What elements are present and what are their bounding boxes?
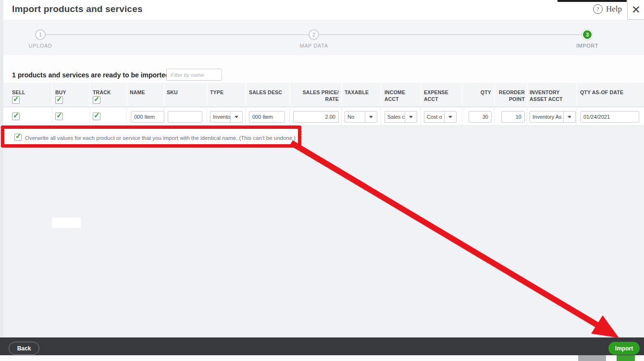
chevron-down-icon[interactable] [230,112,242,122]
qty-as-of-date-field[interactable] [580,111,639,123]
check-icon: ✓ [94,111,100,120]
col-header-sales-price-rate: SALES PRICE/ RATE [288,89,339,102]
bottom-edge-strip [0,355,644,361]
filter-by-name-input[interactable] [166,69,222,81]
column-separator [381,83,382,107]
sell-all-checkbox[interactable]: ✓ [12,96,20,104]
column-separator [494,107,495,125]
background-artifact [578,355,606,361]
col-header-income-acct: INCOME ACCT [384,89,419,102]
column-separator [576,107,577,125]
help-icon: ? [593,4,603,14]
step-label-import: IMPORT [576,43,598,49]
column-separator [289,107,290,125]
help-label: Help [606,4,622,14]
window-edge-strip [0,0,3,361]
column-separator [527,107,527,125]
expense-acct-dropdown[interactable]: Cost o [424,111,457,123]
column-separator [89,83,90,107]
col-header-qty-as-of-date: QTY AS-OF DATE [580,89,635,96]
step-label-upload: UPLOAD [29,43,52,49]
check-icon: ✓ [56,111,62,120]
import-button[interactable]: Import [608,342,640,355]
stepper-line [46,34,309,35]
column-separator [421,107,421,125]
income-acct-value: Sales c [385,112,405,122]
column-separator [576,83,577,107]
col-header-sales-desc: SALES DESC [249,89,286,96]
row-buy-checkbox[interactable]: ✓ [55,112,63,120]
column-separator [207,83,208,107]
row-track-checkbox[interactable]: ✓ [93,112,100,120]
column-separator [381,107,381,125]
reorder-point-field[interactable] [501,111,525,123]
col-header-taxable: TAXABLE [345,89,377,96]
column-separator [341,107,342,125]
column-separator [126,83,127,107]
footer-bar [0,337,644,355]
column-separator [163,83,164,107]
close-button[interactable]: ✕ [627,0,644,20]
col-header-inventory-asset-acct: INVENTORY ASSET ACCT [530,89,575,102]
type-value: Invento [211,112,230,122]
background-artifact [617,355,635,361]
col-header-name: NAME [130,89,160,96]
stepper-line [319,34,582,35]
col-header-qty: QTY [462,89,491,96]
inventory-asset-acct-dropdown[interactable]: Inventory As [530,111,576,123]
row-sell-checkbox[interactable]: ✓ [12,112,20,120]
sales-desc-field[interactable] [249,111,285,123]
check-icon: ✓ [56,95,62,103]
chevron-down-icon[interactable] [405,112,417,122]
income-acct-dropdown[interactable]: Sales c [384,111,417,123]
ready-count-text: 1 products and services are ready to be … [12,71,170,79]
qty-field[interactable] [469,111,492,123]
step-circle-upload: 1 [35,29,46,40]
taxable-dropdown[interactable]: No [345,111,377,123]
column-separator [245,107,246,125]
sales-price-rate-field[interactable] [293,111,339,123]
lower-band [0,126,644,337]
step-circle-map-data: 2 [309,29,319,40]
background-window-strip [557,0,627,2]
track-all-checkbox[interactable]: ✓ [93,96,100,104]
overwrite-checkbox[interactable]: ✓ [14,134,22,141]
column-separator [89,107,90,125]
col-header-reorder-point: REORDER POINT [496,89,525,102]
column-separator [462,107,462,125]
column-separator [207,107,207,125]
chevron-down-icon[interactable] [365,112,377,122]
column-separator [126,107,127,125]
col-header-sku: SKU [167,89,203,96]
stepper-band [0,20,644,55]
overwrite-label: Overwrite all values for each product or… [25,135,296,141]
column-separator [245,83,246,107]
column-separator [52,107,52,125]
column-separator [52,83,53,107]
chevron-down-icon[interactable] [563,112,575,122]
column-separator [494,83,495,107]
check-icon: ✓ [15,132,21,140]
col-header-expense-acct: EXPENSE ACCT [424,89,453,102]
name-field[interactable] [131,111,164,123]
check-icon: ✓ [13,95,19,103]
chevron-down-icon[interactable] [444,112,456,122]
help-link[interactable]: ? Help [593,4,622,14]
close-icon: ✕ [632,4,641,15]
column-separator [421,83,421,107]
step-label-map-data: MAP DATA [299,43,328,49]
sku-field[interactable] [168,111,202,123]
step-circle-import: 3 [582,29,593,40]
import-dialog: Import products and services ? Help ✕ 1 … [0,0,644,361]
column-separator [527,83,528,107]
expense-acct-value: Cost o [424,112,444,122]
type-dropdown[interactable]: Invento [210,111,243,123]
column-separator [341,83,342,107]
buy-all-checkbox[interactable]: ✓ [55,96,63,104]
check-icon: ✓ [94,95,100,103]
check-icon: ✓ [13,111,19,120]
page-title: Import products and services [12,4,143,14]
taxable-value: No [345,112,365,122]
inventory-asset-acct-value: Inventory As [530,112,563,122]
back-button[interactable]: Back [9,342,39,355]
